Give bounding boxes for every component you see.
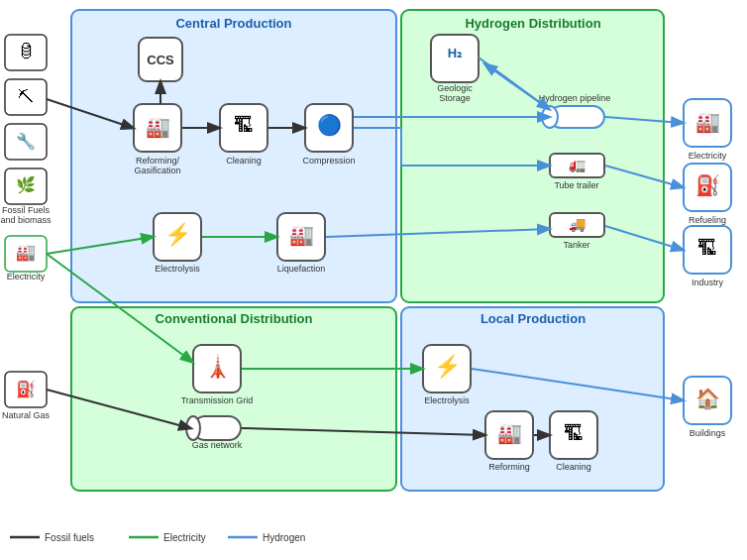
- reforming-label: Reforming/: [136, 156, 180, 166]
- legend-hydrogen: Hydrogen: [263, 532, 305, 543]
- svg-text:🏭: 🏭: [695, 110, 720, 134]
- svg-text:Storage: Storage: [439, 93, 471, 103]
- fossil-fuels-label2: and biomass: [0, 215, 52, 225]
- electricity-output-label: Electricity: [689, 151, 727, 161]
- cleaning-central-label: Cleaning: [226, 156, 262, 166]
- hydrogen-pipeline-label: Hydrogen pipeline: [539, 93, 611, 103]
- svg-text:⚡: ⚡: [164, 221, 192, 248]
- gasification-label: Gasification: [134, 166, 180, 175]
- tube-trailer-label: Tube trailer: [554, 180, 598, 190]
- diagram-svg: Central Production Hydrogen Distribution…: [0, 0, 747, 560]
- fossil-fuels-label: Fossil Fuels: [2, 205, 51, 215]
- svg-text:🏭: 🏭: [146, 115, 170, 139]
- liquefaction-label: Liquefaction: [277, 264, 326, 274]
- svg-text:🔵: 🔵: [317, 113, 342, 137]
- svg-text:🔧: 🔧: [16, 132, 36, 151]
- svg-text:🚛: 🚛: [569, 157, 587, 173]
- compression-label: Compression: [302, 156, 355, 166]
- natural-gas-label: Natural Gas: [2, 410, 51, 420]
- svg-text:⛏: ⛏: [18, 88, 34, 105]
- reforming-local-label: Reforming: [488, 462, 530, 472]
- industry-output-label: Industry: [692, 278, 724, 287]
- legend-electricity: Electricity: [163, 532, 206, 543]
- hydrogen-distribution-title: Hydrogen Distribution: [465, 16, 600, 31]
- tanker-label: Tanker: [563, 240, 589, 250]
- refueling-output-label: Refueling: [689, 215, 726, 225]
- svg-text:🛢: 🛢: [17, 42, 35, 61]
- svg-text:⛽: ⛽: [695, 173, 720, 197]
- ccs-label: CCS: [147, 53, 174, 67]
- legend-fossil-fuels: Fossil fuels: [45, 532, 94, 543]
- electrolysis-local-label: Electrolysis: [424, 395, 470, 405]
- transmission-grid-label: Transmission Grid: [181, 395, 254, 405]
- geologic-storage-label: Geologic: [437, 83, 473, 93]
- svg-text:🏠: 🏠: [695, 387, 720, 410]
- svg-text:⛽: ⛽: [16, 380, 36, 398]
- svg-text:🏗: 🏗: [697, 237, 717, 259]
- svg-text:🌿: 🌿: [16, 175, 36, 194]
- local-production-title: Local Production: [480, 311, 586, 326]
- electrolysis-central-label: Electrolysis: [155, 264, 200, 274]
- svg-text:🏭: 🏭: [289, 223, 314, 247]
- cleaning-local-label: Cleaning: [556, 462, 591, 472]
- svg-text:🏭: 🏭: [16, 243, 36, 262]
- svg-text:🏭: 🏭: [497, 421, 522, 445]
- gas-network-label: Gas network: [192, 440, 243, 450]
- electricity-input-label: Electricity: [7, 272, 46, 281]
- svg-text:⚡: ⚡: [434, 353, 462, 380]
- conventional-distribution-title: Conventional Distribution: [156, 311, 313, 326]
- central-production-title: Central Production: [175, 16, 291, 31]
- svg-text:🗼: 🗼: [204, 353, 232, 380]
- diagram-container: Central Production Hydrogen Distribution…: [0, 0, 747, 560]
- buildings-output-label: Buildings: [690, 428, 726, 438]
- svg-text:H₂: H₂: [448, 46, 462, 60]
- svg-text:🏗: 🏗: [564, 422, 584, 444]
- svg-text:🏗: 🏗: [234, 114, 254, 136]
- svg-text:🚚: 🚚: [569, 216, 587, 233]
